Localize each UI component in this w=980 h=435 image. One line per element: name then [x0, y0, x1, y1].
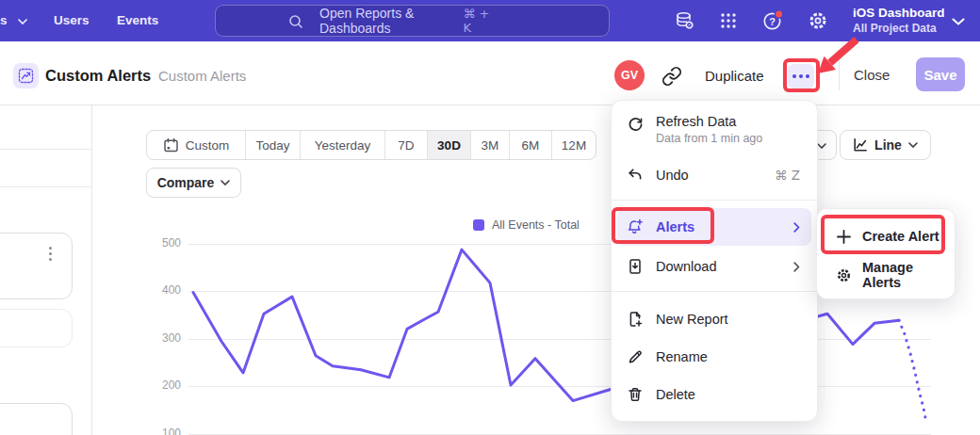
compare-label: Compare	[157, 175, 215, 190]
link-icon[interactable]	[662, 66, 682, 87]
range-label: Custom	[186, 138, 230, 153]
date-range-control: Custom Today Yesterday 7D 30D 3M 6M 12M	[146, 130, 596, 160]
menu-item-label: Undo	[656, 168, 689, 183]
trash-icon	[627, 386, 644, 403]
chart-line-dotted-incomplete	[899, 320, 926, 422]
search-input[interactable]: Open Reports & Dashboards ⌘ + K	[215, 5, 610, 37]
header-divider	[839, 60, 840, 90]
menu-item-label: Download	[656, 259, 717, 274]
refresh-icon	[627, 116, 644, 133]
search-shortcut: ⌘ + K	[463, 7, 496, 35]
save-button[interactable]: Save	[916, 57, 965, 91]
submenu-item-create-alert[interactable]: Create Alert	[823, 217, 949, 256]
alerts-submenu: Create Alert Manage Alerts	[816, 208, 956, 299]
calendar-icon	[163, 137, 179, 153]
menu-item-delete[interactable]: Delete	[617, 376, 811, 413]
nav-item-users[interactable]: Users	[54, 13, 90, 27]
range-label: 30D	[437, 138, 461, 153]
chevron-down-icon	[817, 143, 826, 149]
menu-item-download[interactable]: Download	[617, 248, 811, 285]
range-label: 12M	[562, 138, 586, 153]
chevron-down-icon	[220, 180, 230, 185]
menu-item-alerts[interactable]: Alerts	[617, 208, 811, 246]
svg-text:?: ?	[769, 16, 776, 27]
range-12m[interactable]: 12M	[552, 131, 596, 159]
breadcrumb: Custom Alerts	[158, 68, 246, 84]
menu-item-label: Alerts	[656, 219, 694, 234]
submenu-item-label: Create Alert	[862, 229, 939, 244]
search-icon	[288, 14, 303, 29]
project-scope: All Project Data	[853, 22, 947, 36]
menu-divider	[612, 200, 817, 201]
submenu-item-manage-alerts[interactable]: Manage Alerts	[823, 256, 949, 294]
range-3m[interactable]: 3M	[471, 131, 510, 159]
gear-icon	[836, 267, 852, 283]
menu-item-label: Rename	[656, 349, 708, 364]
search-placeholder: Open Reports & Dashboards	[319, 6, 463, 36]
range-yesterday[interactable]: Yesterday	[301, 131, 385, 159]
menu-item-label: Refresh Data	[656, 114, 762, 129]
duplicate-button[interactable]: Duplicate	[705, 68, 764, 84]
alert-bell-plus-icon	[627, 218, 644, 235]
download-file-icon	[627, 258, 644, 275]
range-30d-selected[interactable]: 30D	[428, 131, 471, 159]
report-chart-icon	[13, 63, 39, 89]
project-switcher[interactable]: iOS Dashboard All Project Data	[853, 5, 947, 36]
chart-type-label: Line	[874, 137, 902, 153]
chevron-right-icon	[793, 262, 800, 272]
chevron-down-icon[interactable]	[952, 18, 965, 25]
page-title: Custom Alerts	[45, 67, 151, 85]
menu-divider	[612, 291, 817, 292]
avatar[interactable]: GV	[614, 60, 645, 90]
help-icon[interactable]: ?	[761, 9, 784, 32]
menu-item-new-report[interactable]: New Report	[617, 300, 811, 338]
gear-icon[interactable]	[807, 9, 829, 32]
menu-item-rename[interactable]: Rename	[617, 338, 811, 376]
range-today[interactable]: Today	[246, 131, 301, 159]
menu-item-undo[interactable]: Undo ⌘ Z	[617, 156, 811, 194]
range-label: 6M	[522, 138, 540, 153]
apps-grid-icon[interactable]	[717, 9, 740, 32]
range-label: Yesterday	[315, 138, 371, 153]
app-window: 500 400 300 200 100 All Events - Total C…	[0, 0, 980, 435]
menu-item-refresh-data[interactable]: Refresh Data Data from 1 min ago	[617, 106, 811, 155]
project-name: iOS Dashboard	[853, 5, 947, 22]
menu-item-subtitle: Data from 1 min ago	[656, 132, 762, 145]
range-label: Today	[255, 138, 289, 153]
submenu-item-label: Manage Alerts	[862, 260, 949, 290]
plus-icon	[836, 229, 852, 245]
nav-item-overflow[interactable]: s	[0, 13, 27, 27]
report-context-menu: Refresh Data Data from 1 min ago Undo ⌘ …	[611, 100, 818, 422]
notification-dot	[775, 10, 782, 18]
compare-button[interactable]: Compare	[146, 168, 241, 198]
menu-item-label: New Report	[656, 312, 728, 327]
close-button[interactable]: Close	[854, 67, 890, 83]
more-options-button[interactable]	[788, 64, 814, 89]
nav-label: s	[0, 13, 8, 27]
report-header: Custom Alerts Custom Alerts GV Duplicate…	[0, 41, 980, 105]
top-navigation-bar: s Users Events Open Reports & Dashboards…	[0, 0, 980, 41]
chevron-down-icon	[908, 142, 918, 148]
chart-type-button[interactable]: Line	[840, 130, 931, 160]
nav-item-events[interactable]: Events	[117, 13, 158, 27]
chevron-right-icon	[793, 222, 800, 233]
menu-shortcut: ⌘ Z	[775, 168, 800, 183]
chevron-down-icon	[18, 19, 27, 24]
range-label: 3M	[482, 138, 499, 153]
range-6m[interactable]: 6M	[510, 131, 552, 159]
range-7d[interactable]: 7D	[385, 131, 428, 159]
range-label: 7D	[398, 138, 414, 153]
new-report-icon	[627, 311, 644, 328]
menu-item-label: Delete	[656, 387, 695, 402]
undo-icon	[627, 167, 644, 184]
range-custom[interactable]: Custom	[147, 131, 246, 159]
data-management-icon[interactable]	[673, 9, 695, 32]
line-chart-icon	[853, 137, 868, 153]
pencil-icon	[627, 348, 644, 365]
